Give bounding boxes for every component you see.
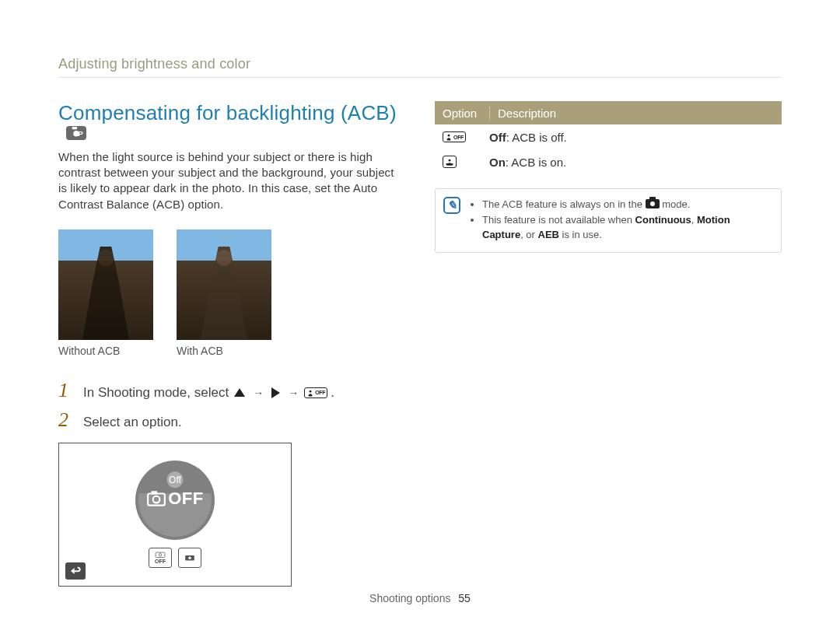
svg-point-4 xyxy=(310,391,312,393)
up-triangle-icon xyxy=(234,388,245,397)
svg-text:P: P xyxy=(78,129,83,138)
photo-without-acb xyxy=(58,229,153,340)
off-text: OFF xyxy=(168,489,204,509)
p-mode-icon: P xyxy=(66,126,86,140)
breadcrumb: Adjusting brightness and color xyxy=(58,56,782,72)
back-button[interactable] xyxy=(65,562,86,580)
example-images: Without ACB With ACB xyxy=(58,229,397,357)
note-2-b3: AEB xyxy=(538,229,559,240)
note-2-b1: Continuous xyxy=(635,214,691,226)
cell-icon xyxy=(435,155,489,169)
table-header: Option Description xyxy=(435,101,782,124)
page-footer: Shooting options 55 xyxy=(0,592,840,604)
selected-option-label: Off xyxy=(169,475,181,485)
example-with-acb: With ACB xyxy=(177,229,271,357)
divider xyxy=(58,77,782,78)
svg-rect-6 xyxy=(152,491,158,494)
note-1-pre: The ACB feature is always on in the xyxy=(482,198,646,210)
svg-point-7 xyxy=(153,496,160,503)
svg-rect-2 xyxy=(72,127,77,129)
right-triangle-icon xyxy=(271,387,280,398)
note-box: ✎ The ACB feature is always on in the mo… xyxy=(435,188,782,253)
option-name: On xyxy=(489,156,506,169)
acb-off-thumb[interactable]: OFF xyxy=(149,548,172,568)
svg-rect-14 xyxy=(446,163,453,166)
footer-page-number: 55 xyxy=(458,592,471,604)
header-description: Description xyxy=(489,107,782,120)
heading-row: Compensating for backlighting (ACB) P xyxy=(58,101,397,140)
note-2-pre: This feature is not available when xyxy=(482,214,635,226)
acb-off-icon: OFF xyxy=(443,131,466,142)
option-name: Off xyxy=(489,131,506,144)
step-1: 1 In Shooting mode, select → → OFF . xyxy=(58,379,397,402)
steps-list: 1 In Shooting mode, select → → OFF . 2 S… xyxy=(58,379,397,432)
note-2-post: is in use. xyxy=(559,229,602,240)
svg-point-11 xyxy=(188,556,191,559)
example-without-acb: Without ACB xyxy=(58,229,153,357)
page-title: Compensating for backlighting (ACB) xyxy=(58,101,397,125)
step-text: In Shooting mode, select → → OFF . xyxy=(83,385,334,401)
arrow-icon: → xyxy=(288,387,299,399)
camera-screen: Off OFF OFF xyxy=(58,443,292,587)
step-1-pre: In Shooting mode, select xyxy=(83,385,229,401)
note-1-post: mode. xyxy=(662,198,690,210)
option-icons-row: OFF xyxy=(149,548,201,568)
header-option: Option xyxy=(435,107,489,120)
note-2-mid1: , xyxy=(691,214,697,226)
step-1-end: . xyxy=(331,385,334,401)
table-row: OFF Off: ACB is off. xyxy=(435,124,782,149)
option-desc: : ACB is off. xyxy=(506,131,567,144)
option-table: Option Description OFF Off: ACB is off. xyxy=(435,101,782,174)
acb-off-icon: OFF xyxy=(304,387,327,398)
svg-point-13 xyxy=(449,159,451,162)
acb-on-thumb[interactable] xyxy=(178,548,201,568)
selected-option-glyph: OFF xyxy=(146,489,204,509)
right-column: Option Description OFF Off: ACB is off. xyxy=(435,101,782,587)
svg-rect-8 xyxy=(156,552,165,557)
note-item: This feature is not available when Conti… xyxy=(482,212,770,243)
acb-on-icon xyxy=(443,156,457,168)
cell-icon: OFF xyxy=(435,130,489,144)
camera-mode-icon xyxy=(646,199,660,208)
intro-text: When the light source is behind your sub… xyxy=(58,149,397,212)
cell-description: Off: ACB is off. xyxy=(489,131,782,144)
step-text: Select an option. xyxy=(83,415,182,430)
arrow-icon: → xyxy=(253,387,264,399)
left-column: Compensating for backlighting (ACB) P Wh… xyxy=(58,101,397,587)
step-number: 2 xyxy=(58,408,72,432)
note-icon: ✎ xyxy=(443,197,460,214)
step-2: 2 Select an option. xyxy=(58,408,397,432)
caption-without-acb: Without ACB xyxy=(58,345,153,357)
step-number: 1 xyxy=(58,379,72,402)
footer-section: Shooting options xyxy=(369,592,450,604)
selected-option-circle: Off OFF xyxy=(135,461,215,540)
photo-with-acb xyxy=(177,229,271,340)
caption-with-acb: With ACB xyxy=(177,345,271,357)
option-desc: : ACB is on. xyxy=(506,156,566,169)
note-item: The ACB feature is always on in the mode… xyxy=(482,197,770,212)
note-2-mid2: , or xyxy=(520,229,537,240)
svg-point-9 xyxy=(159,554,162,557)
mini-off-label: OFF xyxy=(155,559,166,564)
svg-point-12 xyxy=(448,135,450,137)
table-row: On: ACB is on. xyxy=(435,149,782,174)
cell-description: On: ACB is on. xyxy=(489,156,782,169)
